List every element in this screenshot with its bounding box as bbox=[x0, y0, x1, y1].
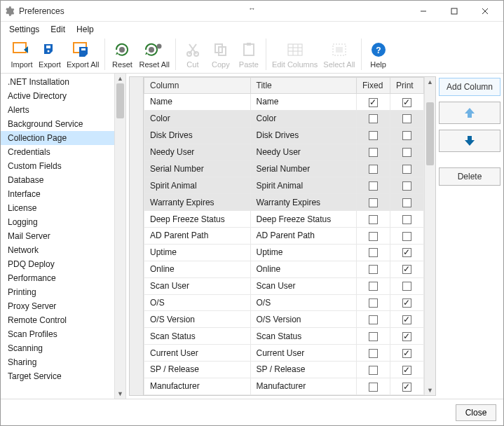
sidebar-item[interactable]: .NET Installation bbox=[1, 75, 114, 89]
checkbox-icon[interactable] bbox=[402, 131, 411, 140]
sidebar-item[interactable]: Alerts bbox=[1, 103, 114, 117]
cell-print[interactable] bbox=[390, 228, 424, 245]
cell-column[interactable]: Deep Freeze Status bbox=[144, 211, 251, 228]
table-row[interactable]: O/SO/S bbox=[144, 294, 424, 311]
cell-fixed[interactable] bbox=[357, 345, 390, 362]
scroll-up-icon[interactable]: ▲ bbox=[425, 77, 435, 87]
table-row[interactable]: Deep Freeze StatusDeep Freeze Status bbox=[144, 211, 424, 228]
cell-fixed[interactable] bbox=[357, 328, 390, 345]
scroll-down-icon[interactable]: ▼ bbox=[115, 389, 125, 399]
checkbox-icon[interactable] bbox=[369, 232, 378, 241]
sidebar-item[interactable]: Mail Server bbox=[1, 229, 114, 243]
checkbox-icon[interactable] bbox=[369, 114, 378, 123]
cell-column[interactable]: Warranty Expires bbox=[144, 194, 251, 211]
cell-print[interactable] bbox=[390, 328, 424, 345]
cell-column[interactable]: Color▶ bbox=[144, 110, 251, 127]
checkbox-icon[interactable] bbox=[369, 349, 378, 358]
cell-column[interactable]: AD Parent Path bbox=[144, 228, 251, 245]
resize-grip-icon[interactable]: ↔ bbox=[248, 4, 256, 13]
checkbox-icon[interactable] bbox=[369, 148, 378, 157]
menu-help[interactable]: Help bbox=[71, 23, 100, 36]
table-row[interactable]: O/S VersionO/S Version bbox=[144, 311, 424, 328]
sidebar-item[interactable]: Sharing bbox=[1, 355, 114, 369]
checkbox-icon[interactable] bbox=[369, 131, 378, 140]
header-fixed[interactable]: Fixed bbox=[357, 78, 390, 94]
cell-print[interactable] bbox=[390, 144, 424, 160]
cell-print[interactable] bbox=[390, 277, 424, 294]
checkbox-icon[interactable] bbox=[369, 98, 378, 107]
sidebar-item[interactable]: Logging bbox=[1, 215, 114, 229]
cell-column[interactable]: Disk Drives bbox=[144, 127, 251, 144]
table-row[interactable]: Scan UserScan User bbox=[144, 277, 424, 294]
checkbox-icon[interactable] bbox=[369, 298, 378, 308]
cell-fixed[interactable] bbox=[357, 294, 390, 311]
checkbox-icon[interactable] bbox=[369, 315, 378, 324]
cell-column[interactable]: Current User bbox=[144, 345, 251, 362]
cell-column[interactable]: Scan User bbox=[144, 277, 251, 294]
checkbox-icon[interactable] bbox=[402, 148, 411, 157]
menu-settings[interactable]: Settings bbox=[4, 23, 45, 36]
sidebar-item[interactable]: PDQ Deploy bbox=[1, 257, 114, 271]
export-all-button[interactable]: Export All bbox=[64, 39, 102, 70]
cell-fixed[interactable] bbox=[357, 228, 390, 245]
add-column-button[interactable]: Add Column bbox=[439, 78, 500, 96]
sidebar-item[interactable]: Performance bbox=[1, 271, 114, 285]
checkbox-icon[interactable] bbox=[402, 215, 411, 224]
cell-column[interactable]: O/S Version bbox=[144, 311, 251, 328]
cell-column[interactable]: Spirit Animal bbox=[144, 177, 251, 194]
cell-print[interactable] bbox=[390, 211, 424, 228]
close-button[interactable]: Close bbox=[456, 404, 496, 421]
cell-fixed[interactable] bbox=[357, 194, 390, 211]
scroll-up-icon[interactable]: ▲ bbox=[115, 74, 125, 83]
sidebar-item[interactable]: Printing bbox=[1, 285, 114, 299]
cell-print[interactable] bbox=[390, 110, 424, 127]
checkbox-icon[interactable] bbox=[402, 165, 411, 174]
checkbox-icon[interactable] bbox=[402, 265, 411, 274]
table-row[interactable]: OnlineOnline bbox=[144, 261, 424, 277]
checkbox-icon[interactable] bbox=[402, 383, 411, 392]
table-row[interactable]: ManufacturerManufacturer bbox=[144, 378, 424, 394]
scroll-down-icon[interactable]: ▼ bbox=[425, 385, 435, 395]
table-row[interactable]: Warranty ExpiresWarranty Expires bbox=[144, 194, 424, 211]
cell-print[interactable] bbox=[390, 378, 424, 394]
checkbox-icon[interactable] bbox=[402, 282, 411, 291]
cell-title[interactable]: Scan Status bbox=[250, 328, 357, 345]
checkbox-icon[interactable] bbox=[402, 198, 411, 207]
cell-print[interactable] bbox=[390, 345, 424, 362]
cell-column[interactable]: Manufacturer bbox=[144, 378, 251, 394]
checkbox-icon[interactable] bbox=[402, 315, 411, 324]
cell-column[interactable]: Name bbox=[144, 94, 251, 111]
cell-title[interactable]: Warranty Expires bbox=[250, 194, 357, 211]
sidebar-item[interactable]: Custom Fields bbox=[1, 159, 114, 173]
checkbox-icon[interactable] bbox=[402, 248, 411, 257]
cell-title[interactable]: Deep Freeze Status bbox=[250, 211, 357, 228]
scrollbar-thumb[interactable] bbox=[426, 102, 434, 165]
cell-fixed[interactable] bbox=[357, 244, 390, 261]
checkbox-icon[interactable] bbox=[402, 114, 411, 123]
cell-title[interactable]: Name bbox=[250, 94, 357, 111]
cell-title[interactable]: Needy User bbox=[250, 144, 357, 160]
checkbox-icon[interactable] bbox=[402, 298, 411, 308]
cell-fixed[interactable] bbox=[357, 378, 390, 394]
sidebar-item[interactable]: Remote Control bbox=[1, 313, 114, 327]
cell-column[interactable]: Uptime bbox=[144, 244, 251, 261]
cell-fixed[interactable] bbox=[357, 110, 390, 127]
cell-fixed[interactable] bbox=[357, 261, 390, 277]
minimize-button[interactable] bbox=[408, 1, 439, 21]
checkbox-icon[interactable] bbox=[369, 198, 378, 207]
table-row[interactable]: SP / ReleaseSP / Release bbox=[144, 362, 424, 378]
cell-title[interactable]: Online bbox=[250, 261, 357, 277]
checkbox-icon[interactable] bbox=[369, 332, 378, 341]
sidebar-item[interactable]: Scan Profiles bbox=[1, 327, 114, 341]
checkbox-icon[interactable] bbox=[369, 265, 378, 274]
cell-fixed[interactable] bbox=[357, 311, 390, 328]
sidebar-item[interactable]: Interface bbox=[1, 187, 114, 201]
checkbox-icon[interactable] bbox=[369, 282, 378, 291]
reset-all-button[interactable]: Reset All bbox=[136, 39, 172, 70]
checkbox-icon[interactable] bbox=[369, 165, 378, 174]
move-down-button[interactable] bbox=[439, 130, 500, 152]
sidebar-item[interactable]: Collection Page bbox=[1, 131, 114, 145]
cell-print[interactable] bbox=[390, 261, 424, 277]
table-row[interactable]: Scan StatusScan Status bbox=[144, 328, 424, 345]
scrollbar-thumb[interactable] bbox=[116, 83, 124, 118]
